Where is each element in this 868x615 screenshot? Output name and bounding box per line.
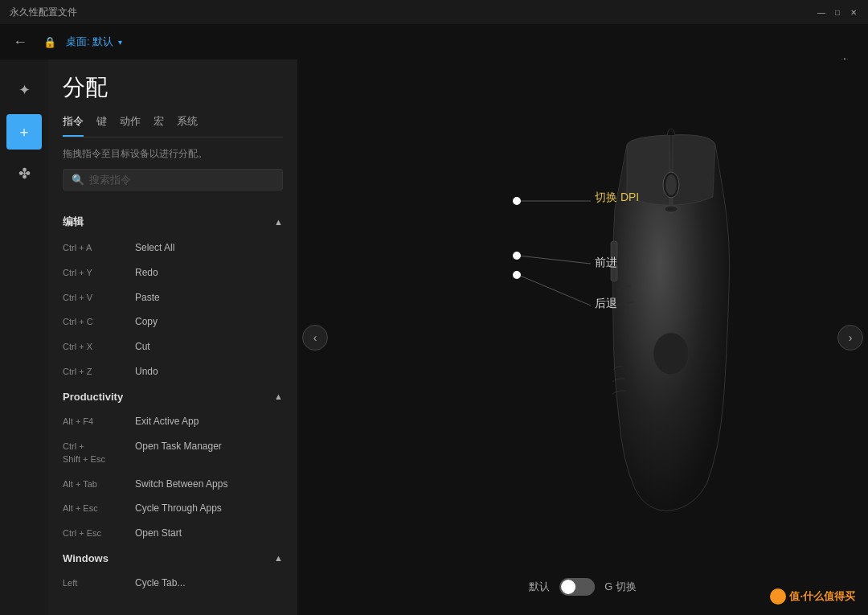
titlebar: 永久性配置文件 — □ ✕	[0, 0, 868, 24]
sidebar-item-move[interactable]: ✤	[6, 156, 42, 191]
list-item[interactable]: Ctrl + V Paste	[48, 285, 297, 310]
watermark-text: 值·什么值得买	[789, 589, 855, 604]
header: ← 🔒 桌面: 默认 ▾ ⚙	[0, 24, 868, 59]
list-item[interactable]: Alt + F4 Exit Active App	[48, 409, 297, 434]
command-key: Ctrl + V	[63, 291, 135, 305]
toggle-switch[interactable]	[559, 578, 595, 596]
dpi-label: 切换 DPI	[595, 190, 639, 205]
list-item[interactable]: Alt + Tab Switch Between Apps	[48, 472, 297, 497]
tabs: 指令 键 动作 宏 系统	[63, 114, 283, 137]
section-edit-header[interactable]: 编辑 ▲	[48, 208, 297, 236]
list-item[interactable]: Ctrl + C Copy	[48, 310, 297, 334]
command-name: Open Task Manager	[135, 440, 222, 453]
command-name: Paste	[135, 291, 160, 305]
back-button[interactable]: ←	[13, 34, 27, 51]
list-item[interactable]: Alt + Esc Cycle Through Apps	[48, 496, 297, 521]
tab-actions[interactable]: 动作	[120, 114, 141, 137]
command-key: Ctrl +Shift + Esc	[63, 440, 135, 466]
profile-label: 桌面: 默认	[66, 35, 113, 49]
close-button[interactable]: ✕	[849, 7, 858, 17]
list-item[interactable]: Ctrl + A Select All	[48, 236, 297, 260]
profile-selector[interactable]: 桌面: 默认 ▾	[66, 35, 122, 49]
command-name: Undo	[135, 365, 158, 379]
command-key: Alt + Tab	[63, 478, 135, 491]
search-input[interactable]	[89, 174, 274, 186]
tab-macro[interactable]: 宏	[154, 114, 164, 137]
section-windows-chevron: ▲	[274, 553, 283, 563]
titlebar-controls: — □ ✕	[817, 7, 858, 17]
label-connectors	[382, 113, 784, 563]
section-edit-title: 编辑	[63, 215, 84, 229]
command-name: Exit Active App	[135, 415, 199, 428]
command-name: Copy	[135, 315, 158, 329]
tab-commands[interactable]: 指令	[63, 114, 84, 137]
list-item[interactable]: Ctrl + Y Redo	[48, 260, 297, 285]
sidebar: ✦ ＋ ✤	[0, 59, 48, 615]
tab-keys[interactable]: 键	[96, 114, 107, 137]
svg-point-11	[513, 252, 521, 260]
prev-arrow-button[interactable]: ‹	[302, 325, 328, 351]
command-name: Cycle Tab...	[135, 576, 185, 590]
g-switch-label: G 切换	[604, 580, 637, 594]
search-box: 🔍	[63, 169, 283, 191]
command-key: Alt + F4	[63, 415, 135, 428]
command-key: Ctrl + Y	[63, 266, 135, 280]
main-panel: 分配 指令 键 动作 宏 系统 拖拽指令至目标设备以进行分配。 🔍 编辑 ▲ C…	[48, 59, 297, 615]
titlebar-title: 永久性配置文件	[10, 6, 77, 19]
command-key: Ctrl + Z	[63, 365, 135, 379]
lock-icon: 🔒	[43, 36, 56, 48]
default-label: 默认	[529, 580, 550, 594]
command-name: Cut	[135, 340, 150, 354]
section-productivity-title: Productivity	[63, 391, 123, 403]
tab-system[interactable]: 系统	[177, 114, 198, 137]
section-edit-chevron: ▲	[274, 217, 283, 227]
toggle-thumb	[561, 580, 575, 594]
list-item[interactable]: Ctrl +Shift + Esc Open Task Manager	[48, 434, 297, 472]
command-key: Ctrl + A	[63, 241, 135, 255]
command-name: Open Start	[135, 527, 182, 540]
svg-point-10	[513, 197, 521, 205]
next-arrow-button[interactable]: ›	[837, 325, 863, 351]
section-windows-header[interactable]: Windows ▲	[48, 546, 297, 571]
section-productivity-chevron: ▲	[274, 392, 283, 401]
command-key: Ctrl + C	[63, 315, 135, 329]
backward-label: 后退	[595, 296, 617, 311]
forward-label: 前进	[595, 255, 617, 270]
section-windows-title: Windows	[63, 552, 108, 564]
svg-line-9	[518, 275, 591, 305]
sidebar-item-brightness[interactable]: ✦	[6, 72, 42, 108]
command-list: 编辑 ▲ Ctrl + A Select All Ctrl + Y Redo C…	[48, 208, 297, 615]
list-item[interactable]: Ctrl + X Cut	[48, 334, 297, 359]
command-name: Select All	[135, 241, 174, 255]
section-productivity-header[interactable]: Productivity ▲	[48, 384, 297, 409]
search-icon: 🔍	[72, 174, 84, 186]
maximize-button[interactable]: □	[833, 7, 842, 17]
chevron-down-icon: ▾	[118, 38, 122, 47]
svg-line-8	[518, 256, 591, 264]
command-name: Switch Between Apps	[135, 478, 227, 491]
list-item[interactable]: Ctrl + Esc Open Start	[48, 521, 297, 546]
command-key: Ctrl + Esc	[63, 527, 135, 540]
sidebar-item-assign[interactable]: ＋	[6, 114, 42, 150]
command-name: Cycle Through Apps	[135, 502, 222, 515]
command-key: Left	[63, 576, 135, 590]
list-item[interactable]: Left Cycle Tab...	[48, 571, 297, 596]
bottom-controls: 默认 G 切换	[529, 578, 637, 596]
command-name: Redo	[135, 266, 158, 280]
panel-title: 分配	[63, 72, 283, 103]
minimize-button[interactable]: —	[817, 7, 826, 17]
content-area: ‹	[297, 59, 868, 615]
panel-description: 拖拽指令至目标设备以进行分配。	[63, 147, 283, 161]
svg-point-12	[513, 271, 521, 279]
watermark: 值·什么值得买	[770, 588, 855, 607]
command-key: Ctrl + X	[63, 340, 135, 354]
command-key: Alt + Esc	[63, 502, 135, 515]
panel-header: 分配 指令 键 动作 宏 系统 拖拽指令至目标设备以进行分配。 🔍	[48, 59, 297, 208]
list-item[interactable]: Ctrl + Z Undo	[48, 359, 297, 384]
